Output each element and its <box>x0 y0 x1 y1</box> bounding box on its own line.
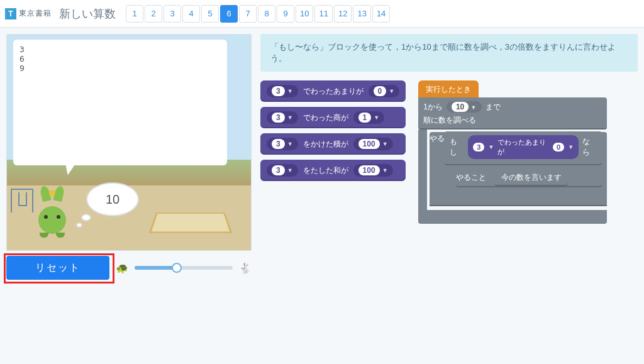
palette-block-3[interactable]: 3 ▼をたした和が100 ▼ <box>260 160 406 181</box>
publisher-logo: T 東京書籍 <box>5 8 52 19</box>
chevron-down-icon[interactable]: ▼ <box>287 114 293 121</box>
app-header: T 東京書籍 新しい算数 1234567891011121314 <box>0 0 644 28</box>
cond-op: でわったあまりが <box>497 138 549 157</box>
thought-dot-icon <box>81 214 91 221</box>
page-link-2[interactable]: 2 <box>145 5 162 23</box>
cond-val[interactable]: 0 <box>553 143 564 152</box>
instruction-banner: 「もし〜なら」ブロックを使って，1から10まで順に数を調べ，3の倍数をますりんに… <box>260 34 638 72</box>
chevron-down-icon[interactable]: ▼ <box>488 144 494 150</box>
loop-desc: 順に数を調べる <box>423 115 602 126</box>
speed-slider[interactable] <box>135 266 233 270</box>
chevron-down-icon[interactable]: ▼ <box>389 88 394 94</box>
page-link-3[interactable]: 3 <box>164 5 181 23</box>
thought-value: 10 <box>106 192 119 207</box>
page-link-9[interactable]: 9 <box>277 5 294 23</box>
palette-block-0[interactable]: 3 ▼でわったあまりが0 ▼ <box>260 80 406 102</box>
palette-block-1[interactable]: 3 ▼でわった商が1 ▼ <box>260 107 406 128</box>
loop-to-value[interactable]: 10 <box>452 102 469 112</box>
if-then-label: なら <box>582 136 597 158</box>
slider-thumb[interactable] <box>172 263 182 273</box>
palette-op: をかけた積が <box>303 139 348 150</box>
output-speech-box: 3 6 9 <box>13 40 227 165</box>
speech-tail-icon <box>63 158 79 176</box>
chevron-down-icon[interactable]: ▼ <box>374 114 379 121</box>
if-block[interactable]: もし 3▼ でわったあまりが 0▼ なら <box>445 131 602 205</box>
page-link-5[interactable]: 5 <box>201 5 219 23</box>
chevron-down-icon[interactable]: ▼ <box>568 144 574 150</box>
page-title: 新しい算数 <box>59 6 116 21</box>
page-link-11[interactable]: 11 <box>314 5 332 23</box>
chevron-down-icon[interactable]: ▼ <box>471 104 477 111</box>
chevron-down-icon[interactable]: ▼ <box>382 167 388 174</box>
loop-block[interactable]: 1から 10 ▼ まで 順に数を調べる やること <box>418 97 607 224</box>
publisher-name: 東京書籍 <box>19 8 52 19</box>
chevron-down-icon[interactable]: ▼ <box>382 141 388 147</box>
stage-canvas: 3 6 9 10 <box>6 34 252 251</box>
palette-op: をたした和が <box>303 165 348 176</box>
loop-to-label: まで <box>486 102 501 113</box>
chevron-down-icon[interactable]: ▼ <box>287 167 293 174</box>
page-link-13[interactable]: 13 <box>353 5 370 23</box>
page-pagination: 1234567891011121314 <box>126 5 390 23</box>
page-link-7[interactable]: 7 <box>239 5 257 23</box>
cond-num[interactable]: 3 <box>473 143 484 152</box>
say-number-block[interactable]: 今の数を言います <box>495 169 568 186</box>
sandbox-prop-icon <box>153 206 228 238</box>
logo-mark-icon: T <box>5 8 16 19</box>
page-link-1[interactable]: 1 <box>126 5 143 23</box>
chevron-down-icon[interactable]: ▼ <box>287 141 293 147</box>
reset-button[interactable]: リセット <box>6 256 109 280</box>
stage-controls: リセット 🐢 🐇 <box>6 256 252 280</box>
page-link-12[interactable]: 12 <box>334 5 352 23</box>
rabbit-icon: 🐇 <box>239 262 252 274</box>
loop-from-label: 1から <box>423 102 443 113</box>
thought-bubble: 10 <box>86 182 139 216</box>
thought-dot-icon <box>76 223 82 228</box>
if-do-label: やること <box>456 172 486 183</box>
condition-block[interactable]: 3▼ でわったあまりが 0▼ <box>468 135 579 159</box>
palette-block-2[interactable]: 3 ▼をかけた積が100 ▼ <box>260 133 406 155</box>
if-label: もし <box>450 136 464 158</box>
block-palette: 3 ▼でわったあまりが0 ▼3 ▼でわった商が1 ▼3 ▼をかけた積が100 ▼… <box>260 80 406 224</box>
page-link-14[interactable]: 14 <box>372 5 390 23</box>
page-link-6[interactable]: 6 <box>220 5 238 23</box>
page-link-10[interactable]: 10 <box>296 5 313 23</box>
page-link-8[interactable]: 8 <box>258 5 275 23</box>
workspace[interactable]: 実行したとき 1から 10 ▼ まで 順に数を調べる <box>418 80 607 224</box>
swing-prop-icon <box>11 189 33 212</box>
hat-block[interactable]: 実行したとき <box>418 80 479 99</box>
masurin-character-icon <box>32 192 72 243</box>
turtle-icon: 🐢 <box>116 262 128 274</box>
palette-op: でわったあまりが <box>303 86 364 97</box>
chevron-down-icon[interactable]: ▼ <box>287 88 293 94</box>
page-link-4[interactable]: 4 <box>182 5 200 23</box>
palette-op: でわった商が <box>303 113 348 123</box>
